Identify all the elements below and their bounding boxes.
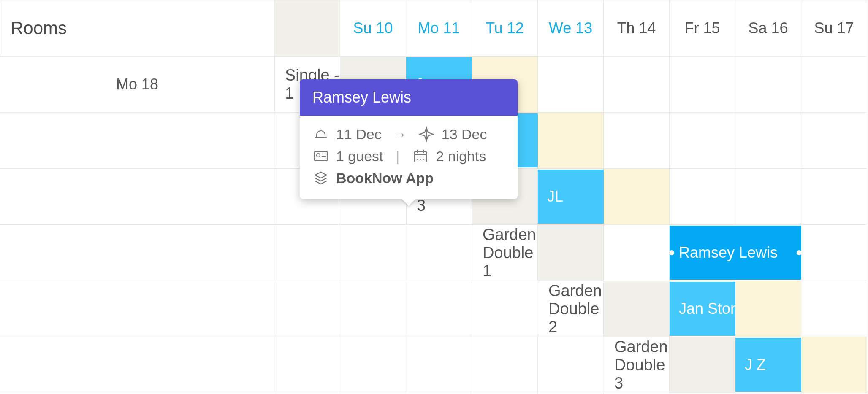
checkin-date: 11 Dec: [336, 126, 382, 143]
grid-cell[interactable]: [0, 337, 274, 393]
plane-icon: [418, 126, 435, 143]
col-header-tu12[interactable]: Tu 12: [472, 0, 538, 57]
grid-cell[interactable]: [0, 281, 274, 337]
grid-cell[interactable]: [801, 113, 867, 169]
grid-cell[interactable]: [670, 113, 735, 169]
grid-cell[interactable]: Jan Stone: [670, 281, 735, 337]
calendar-grid: Rooms Su 10 Mo 11 Tu 12 We 13 Th 14 Fr 1…: [0, 0, 868, 394]
grid-cell[interactable]: [406, 225, 472, 281]
grid-cell[interactable]: [735, 169, 801, 225]
rooms-header-label: Rooms: [11, 18, 67, 38]
grid-cell[interactable]: [604, 225, 670, 281]
grid-cell[interactable]: [801, 281, 867, 337]
grid-cell-today[interactable]: [604, 169, 670, 225]
grid-cell[interactable]: [604, 113, 670, 169]
col-header-fr15[interactable]: Fr 15: [670, 0, 735, 57]
grid-cell-today[interactable]: [538, 113, 604, 169]
calendar-icon: [412, 148, 429, 165]
popover-body: 11 Dec → 13 Dec 1 guest | 2 nights: [300, 116, 518, 199]
resize-handle-right[interactable]: [797, 250, 801, 255]
popover-pointer: [401, 198, 416, 206]
popover-title: Ramsey Lewis: [300, 79, 518, 116]
grid-cell[interactable]: [340, 225, 406, 281]
col-header-mo18[interactable]: Mo 18: [0, 57, 274, 113]
svg-point-1: [317, 154, 320, 157]
grid-cell[interactable]: [670, 57, 735, 113]
booking-label: JL: [547, 188, 563, 205]
grid-cell[interactable]: [472, 281, 538, 337]
channel-name: BookNow App: [336, 170, 434, 186]
grid-cell[interactable]: [538, 57, 604, 113]
grid-cell[interactable]: [340, 337, 406, 393]
gutter-header: [274, 0, 340, 57]
col-header-sa16[interactable]: Sa 16: [735, 0, 801, 57]
guest-count: 1 guest: [336, 148, 383, 165]
grid-cell[interactable]: [0, 113, 274, 169]
grid-cell[interactable]: JL: [538, 169, 604, 225]
col-header-su17[interactable]: Su 17: [801, 0, 867, 57]
gutter-cell: [604, 281, 670, 337]
grid-cell[interactable]: [801, 225, 867, 281]
grid-cell-today[interactable]: [801, 337, 867, 393]
booking-label: Ramsey Lewis: [679, 244, 778, 262]
col-header-we13[interactable]: We 13: [538, 0, 604, 57]
separator: |: [396, 148, 400, 165]
grid-cell[interactable]: [0, 169, 274, 225]
grid-cell[interactable]: [0, 225, 274, 281]
layers-icon: [312, 170, 329, 186]
booking-label: J Z: [745, 356, 766, 374]
grid-cell[interactable]: [735, 57, 801, 113]
grid-cell-today[interactable]: Ramsey Lewis: [670, 225, 735, 281]
checkout-date: 13 Dec: [442, 126, 487, 143]
booking-block-garden-1-selected[interactable]: Ramsey Lewis: [670, 226, 801, 280]
booking-block-garden-3[interactable]: J Z: [735, 338, 801, 392]
grid-cell[interactable]: [406, 281, 472, 337]
grid-cell[interactable]: [340, 281, 406, 337]
grid-cell[interactable]: [538, 337, 604, 393]
grid-cell[interactable]: [801, 57, 867, 113]
grid-cell[interactable]: [801, 169, 867, 225]
grid-cell[interactable]: [472, 337, 538, 393]
col-header-mo11[interactable]: Mo 11: [406, 0, 472, 57]
grid-cell[interactable]: [274, 281, 340, 337]
grid-cell[interactable]: [274, 225, 340, 281]
resize-handle-left[interactable]: [670, 250, 674, 255]
col-header-th14[interactable]: Th 14: [604, 0, 670, 57]
grid-cell[interactable]: [735, 113, 801, 169]
bell-icon: [312, 126, 329, 143]
night-count: 2 nights: [436, 148, 486, 165]
rooms-header-cell: Rooms: [0, 0, 274, 57]
room-label-garden-1[interactable]: Garden Double 1: [472, 225, 538, 281]
col-header-su10[interactable]: Su 10: [340, 0, 406, 57]
gutter-cell: [538, 225, 604, 281]
gutter-cell: [670, 337, 735, 393]
grid-cell[interactable]: [274, 337, 340, 393]
grid-cell[interactable]: [604, 57, 670, 113]
arrow-right-icon: →: [393, 126, 407, 143]
room-label-garden-3[interactable]: Garden Double 3: [604, 337, 670, 393]
booking-popover[interactable]: Ramsey Lewis 11 Dec → 13 Dec 1 guest |: [300, 79, 518, 199]
grid-cell-today[interactable]: [735, 281, 801, 337]
grid-cell[interactable]: [670, 169, 735, 225]
grid-cell[interactable]: [406, 337, 472, 393]
id-card-icon: [312, 148, 329, 165]
grid-cell[interactable]: J Z: [735, 337, 801, 393]
room-label-garden-2[interactable]: Garden Double 2: [538, 281, 604, 337]
